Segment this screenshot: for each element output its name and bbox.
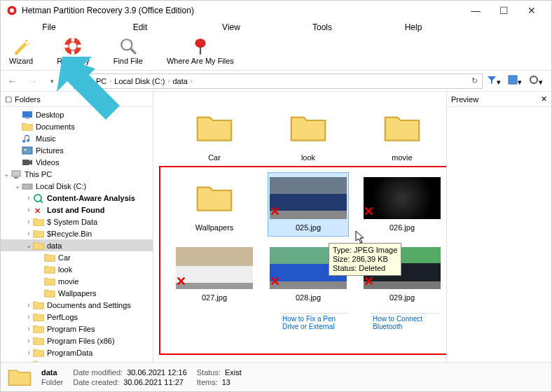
tree-node[interactable]: look [1,263,153,275]
close-button[interactable]: ✕ [518,1,546,20]
tree-node[interactable]: ›$ System Data [1,216,153,227]
status-date-created: 30.06.2021 11:27 [123,378,184,386]
deleted-marker-icon: ✕ [176,274,186,289]
preview-close-icon[interactable]: ✕ [541,94,547,104]
tree-node[interactable]: Music [1,132,153,144]
tree-node[interactable]: Videos [1,156,153,168]
content-area: ▢Folders DesktopDocumentsMusicPicturesVi… [1,92,551,362]
tree-panel: ▢Folders DesktopDocumentsMusicPicturesVi… [1,92,153,362]
preview-header: Preview [451,95,478,104]
address-bar: ← → ▾ ↑ is PC› Local Disk (C:)› data› ↻ … [1,71,551,92]
svg-point-2 [25,40,27,42]
svg-rect-15 [22,111,32,118]
status-type: Folder [41,378,63,386]
tree-node[interactable]: Desktop [1,108,153,120]
help-card[interactable]: How to Fix a Pen Drive or External [280,313,349,332]
recovery-button[interactable]: Recovery [54,36,92,66]
folder-icon [8,367,32,388]
tree-node[interactable]: ›Program Files [1,323,153,335]
help-card[interactable]: How to Connect Bluetooth [370,313,439,332]
file-item[interactable]: ✕026.jpg [362,173,442,236]
tree-node[interactable]: Car [1,251,153,263]
folder-item[interactable]: Car [174,103,254,166]
tree-node[interactable]: ›$Recycle.Bin [1,227,153,239]
options-icon[interactable]: ▾ [529,75,543,87]
svg-rect-17 [22,147,32,154]
menu-file[interactable]: File [4,21,95,34]
tree-node[interactable]: ›Program Files (x86) [1,335,153,346]
refresh-icon[interactable]: ↻ [471,76,478,85]
findfile-label: Find File [113,57,143,65]
svg-point-5 [69,43,77,50]
app-icon [6,5,18,16]
address-path[interactable]: is PC› Local Disk (C:)› data› ↻ [83,74,483,89]
svg-point-23 [29,186,31,187]
minimize-button[interactable]: — [462,1,490,20]
wizard-button[interactable]: Wizard [6,36,36,66]
svg-point-1 [10,8,14,13]
wherefiles-label: Where Are My Files [167,57,234,65]
tree-node[interactable]: ⌄data [1,239,153,251]
svg-rect-9 [78,45,83,48]
findfile-button[interactable]: Find File [111,36,146,66]
svg-rect-13 [509,76,517,84]
folder-item[interactable]: movie [362,103,442,166]
tree-node[interactable]: ›ProgramData [1,346,153,358]
deleted-marker-icon: ✕ [364,204,374,219]
tree-node[interactable]: Documents [1,120,153,132]
menu-tools[interactable]: Tools [277,21,368,34]
status-bar: data Folder Date modified: 30.06.2021 12… [1,362,551,391]
tree-node[interactable]: movie [1,275,153,287]
tree-node[interactable]: ›PerfLogs [1,311,153,323]
menu-view[interactable]: View [186,21,277,34]
view-icon[interactable]: ▾ [508,75,522,87]
svg-rect-22 [22,184,32,189]
svg-rect-6 [71,37,74,42]
menu-edit[interactable]: Edit [95,21,186,34]
menu-help[interactable]: Help [368,21,459,34]
tree-node[interactable]: Pictures [1,144,153,156]
status-name: data [41,368,63,377]
tree-node[interactable]: ›✕Lost and Found [1,204,153,216]
path-seg-2[interactable]: data [172,77,187,85]
filter-icon[interactable]: ▾ [487,75,501,87]
maximize-button[interactable]: ☐ [490,1,518,20]
mouse-cursor [355,230,366,244]
folder-tree[interactable]: DesktopDocumentsMusicPicturesVideos⌄This… [1,107,153,362]
file-tooltip: Type: JPEG Image Size: 286,39 KB Status:… [329,243,401,276]
svg-point-18 [25,148,27,150]
svg-rect-16 [25,118,29,119]
tree-node[interactable]: ⌄This PC [1,168,153,180]
folder-item[interactable]: Wallpapers [174,173,254,236]
history-dropdown[interactable]: ▾ [44,74,60,89]
up-button[interactable]: ↑ [64,74,79,89]
svg-rect-20 [12,171,20,176]
deleted-marker-icon: ✕ [270,204,280,219]
deleted-marker-icon: ✕ [270,274,280,289]
tree-header: ▢Folders [1,92,153,107]
file-grid[interactable]: CarlookmovieWallpapers✕025.jpg✕026.jpg✕0… [153,92,446,362]
svg-point-10 [121,39,132,50]
file-item[interactable]: ✕025.jpg [268,173,348,236]
tree-node[interactable]: ›Content-Aware Analysis [1,192,153,204]
svg-line-25 [40,200,43,203]
folder-item[interactable]: look [268,103,348,166]
svg-line-11 [130,48,136,54]
tree-node[interactable]: ›Documents and Settings [1,299,153,311]
back-button[interactable]: ← [5,74,20,89]
tree-node[interactable]: ⌄Local Disk (C:) [1,180,153,192]
preview-panel: Preview ✕ [446,92,551,362]
title-bar: Hetman Partition Recovery 3.9 (Office Ed… [1,1,551,20]
magnifier-icon [119,37,137,55]
svg-rect-8 [64,45,69,48]
svg-point-14 [530,76,537,83]
svg-point-12 [195,38,205,48]
wand-icon [12,37,30,55]
pushpin-icon [191,37,209,55]
tree-node[interactable]: Wallpapers [1,287,153,299]
wherefiles-button[interactable]: Where Are My Files [164,36,237,66]
path-seg-1[interactable]: Local Disk (C:) [114,77,165,85]
forward-button[interactable]: → [25,74,40,89]
path-seg-0[interactable]: is PC [88,77,106,85]
file-item[interactable]: ✕027.jpg [174,243,254,306]
